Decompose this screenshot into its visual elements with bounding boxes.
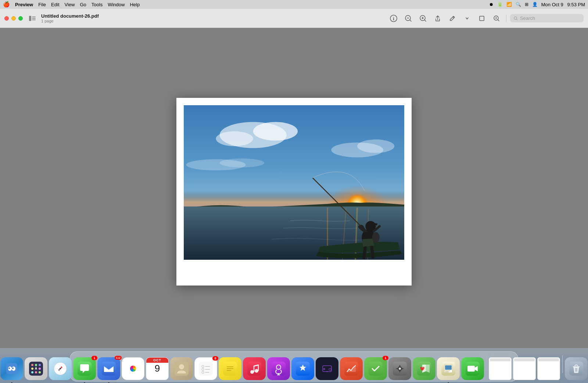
svg-rect-64: [102, 362, 116, 376]
dock-item-arcade[interactable]: [316, 357, 338, 380]
dock-item-facetime[interactable]: [461, 357, 484, 380]
dock-item-goodtask[interactable]: 1: [364, 357, 387, 380]
svg-line-12: [424, 20, 426, 21]
dock-item-launchpad[interactable]: [25, 357, 47, 380]
toolbar-divider: [506, 15, 506, 22]
svg-point-40: [372, 232, 380, 242]
menu-window[interactable]: Window: [108, 2, 125, 7]
toolbar-actions: i: [388, 13, 584, 24]
toolbar: Untitled document-26.pdf 1 page i: [0, 9, 588, 28]
svg-point-47: [31, 364, 33, 366]
calendar-day: 9: [155, 363, 160, 374]
svg-point-51: [39, 368, 41, 370]
messages-badge: 1: [92, 356, 97, 360]
minimize-button[interactable]: [11, 16, 16, 21]
app-name[interactable]: Preview: [15, 2, 33, 7]
svg-point-28: [220, 159, 264, 167]
dock-item-mail[interactable]: 112: [97, 357, 120, 380]
svg-rect-105: [445, 372, 449, 372]
pdf-image: [184, 105, 404, 260]
text-search-button[interactable]: [491, 13, 502, 24]
dock-item-sysprefs[interactable]: [388, 357, 411, 380]
pdf-document: [176, 98, 412, 286]
menu-view[interactable]: View: [65, 2, 75, 7]
battery-icon: 🔋: [497, 2, 503, 7]
dock-item-browser3[interactable]: [537, 357, 560, 380]
dock-item-browser1[interactable]: [489, 357, 512, 380]
record-icon: ⏺: [489, 2, 494, 7]
zoom-out-button[interactable]: [402, 13, 414, 24]
menu-go[interactable]: Go: [80, 2, 86, 7]
apple-menu[interactable]: 🍎: [3, 1, 10, 8]
search-box[interactable]: [510, 14, 584, 22]
wifi-icon: 📶: [506, 2, 512, 7]
svg-rect-95: [369, 362, 383, 376]
main-content: [0, 28, 588, 355]
pdf-bottom-whitespace: [184, 260, 404, 278]
dock-item-browser2[interactable]: [513, 357, 536, 380]
svg-point-81: [255, 369, 258, 373]
svg-text:i: i: [393, 16, 394, 21]
zoom-in-button[interactable]: [417, 13, 429, 24]
svg-rect-103: [445, 365, 452, 370]
dock-item-preview[interactable]: [437, 357, 460, 380]
dock-item-contacts[interactable]: [170, 357, 193, 380]
datetime: Mon Oct 9 9:53 PM: [541, 2, 585, 7]
svg-rect-14: [480, 16, 484, 21]
svg-point-24: [216, 131, 253, 146]
dock-item-calendar[interactable]: OCT 9: [146, 357, 169, 380]
svg-rect-94: [344, 362, 358, 376]
maximize-button[interactable]: [18, 16, 23, 21]
dock-item-appstore[interactable]: [291, 357, 314, 380]
svg-point-93: [327, 371, 328, 372]
svg-line-20: [516, 19, 517, 20]
document-info: Untitled document-26.pdf 1 page: [41, 13, 99, 23]
svg-point-54: [39, 371, 41, 373]
dock-item-notes[interactable]: [219, 357, 241, 380]
svg-rect-107: [467, 366, 475, 372]
svg-line-16: [498, 19, 499, 21]
annotate-button[interactable]: [447, 13, 458, 24]
dock-item-safari[interactable]: [49, 357, 72, 380]
svg-point-44: [8, 368, 10, 369]
search-input[interactable]: [520, 15, 580, 21]
menu-edit[interactable]: Edit: [51, 2, 59, 7]
menu-file[interactable]: File: [38, 2, 46, 7]
dock-item-trash[interactable]: [565, 357, 588, 380]
dock-item-finder[interactable]: [0, 357, 23, 380]
dock-divider-2: [562, 355, 563, 373]
svg-line-13: [453, 17, 454, 18]
dock-item-reminders[interactable]: 8: [194, 357, 217, 380]
svg-point-48: [35, 364, 37, 366]
dock-item-photos[interactable]: [122, 357, 144, 380]
dock-item-music[interactable]: [243, 357, 266, 380]
dock-item-messages[interactable]: 1: [73, 357, 96, 380]
share-button[interactable]: [432, 13, 444, 24]
svg-point-80: [250, 370, 254, 374]
close-button[interactable]: [4, 16, 9, 21]
control-center-icon[interactable]: ⊞: [525, 2, 528, 7]
crop-button[interactable]: [476, 13, 488, 24]
svg-point-26: [357, 139, 394, 153]
svg-point-49: [39, 364, 41, 366]
goodtask-badge: 1: [383, 356, 388, 360]
document-title: Untitled document-26.pdf: [41, 13, 99, 19]
info-button[interactable]: i: [388, 13, 399, 24]
svg-rect-2: [32, 18, 36, 19]
svg-point-50: [31, 368, 33, 370]
user-icon[interactable]: 👤: [532, 2, 538, 7]
menubar: 🍎 Preview File Edit View Go Tools Window…: [0, 0, 588, 9]
svg-rect-68: [199, 362, 213, 376]
menu-tools[interactable]: Tools: [92, 2, 103, 7]
svg-point-62: [60, 368, 61, 369]
svg-line-8: [410, 20, 411, 21]
annotate-dropdown[interactable]: [461, 13, 473, 24]
svg-rect-1: [32, 17, 36, 17]
dock-item-stocks[interactable]: [340, 357, 363, 380]
dock-item-podcasts[interactable]: [267, 357, 290, 380]
menu-help[interactable]: Help: [130, 2, 140, 7]
search-menubar-icon[interactable]: 🔍: [516, 2, 521, 7]
dock-item-maps[interactable]: [413, 357, 435, 380]
sidebar-toggle-button[interactable]: [27, 13, 37, 24]
svg-rect-104: [445, 370, 450, 371]
